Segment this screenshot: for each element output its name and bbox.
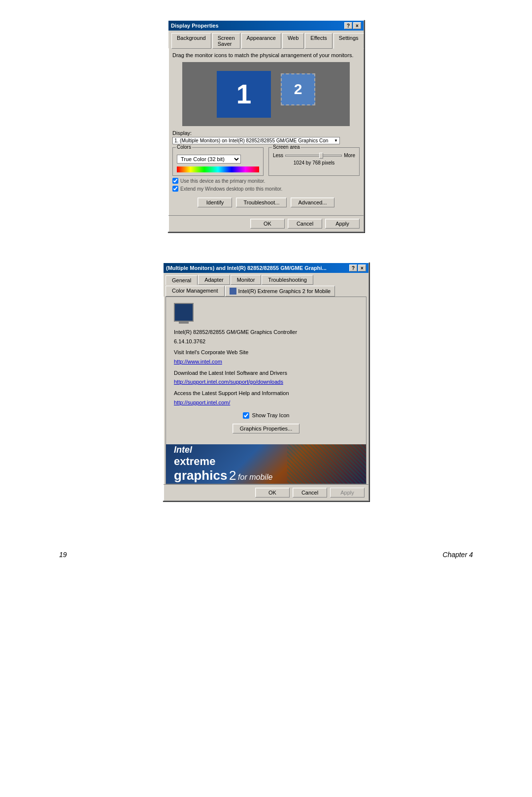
checkbox2-label: Extend my Windows desktop onto this moni… (180, 186, 282, 192)
tab-settings[interactable]: Settings (333, 33, 364, 49)
tab-web[interactable]: Web (282, 33, 304, 49)
slider-track[interactable] (285, 155, 342, 157)
dialog2-tab-bar-row1: General Adapter Monitor Troubleshooting (164, 273, 368, 285)
screen-slider-row: Less More (273, 153, 355, 158)
colors-select-wrapper: True Color (32 bit) (177, 155, 259, 164)
dialog2-ok-button[interactable]: OK (255, 488, 290, 498)
show-tray-label: Show Tray Icon (252, 412, 290, 418)
troubleshoot-button[interactable]: Troubleshoot... (236, 198, 287, 207)
help-button[interactable]: ? (344, 22, 352, 29)
page-footer: 19 Chapter 4 (0, 541, 532, 568)
intel-banner-text: Intel extreme graphics 2 for mobile (174, 445, 272, 483)
display-value: 1. (Multiple Monitors) on Intel(R) 82852… (174, 138, 328, 143)
monitor-2: 2 (281, 73, 315, 105)
intel-extreme-tab[interactable]: Intel(R) Extreme Graphics 2 for Mobile (225, 286, 335, 297)
screen-resolution: 1024 by 768 pixels (273, 160, 355, 166)
extreme-word: extreme (174, 455, 272, 468)
dialog1-middle-buttons: Identify Troubleshoot... Advanced... (172, 198, 360, 207)
intel-banner: Intel extreme graphics 2 for mobile (166, 444, 366, 484)
advanced-button[interactable]: Advanced... (291, 198, 334, 207)
mobile-word: for mobile (238, 473, 272, 481)
apply-button[interactable]: Apply (325, 219, 360, 229)
screen-more: More (344, 153, 355, 158)
dialog2-titlebar-buttons: ? × (349, 265, 366, 271)
display-combo[interactable]: 1. (Multiple Monitors) on Intel(R) 82852… (172, 137, 340, 144)
dialog2-close-button[interactable]: × (358, 265, 366, 271)
visit-link[interactable]: http://www.intel.com (174, 359, 222, 365)
access-link[interactable]: http://support.intel.com/ (174, 399, 230, 405)
intel-body: Intel(R) 82852/82855 GM/GME Graphics Con… (166, 297, 366, 444)
intel-word: Intel (174, 445, 192, 455)
colors-box: Colors True Color (32 bit) (172, 147, 264, 176)
intel-tab-label: Intel(R) Extreme Graphics 2 for Mobile (238, 288, 331, 294)
two-word: 2 (229, 468, 236, 483)
page-number: 19 (59, 551, 67, 559)
download-link[interactable]: http://support.intel.com/support/go/down… (174, 379, 283, 385)
dialog2-tab-bar-row2: Color Management Intel(R) Extreme Graphi… (164, 285, 368, 297)
tab-adapter[interactable]: Adapter (198, 275, 230, 285)
titlebar-buttons: ? × (344, 22, 361, 29)
dialog2-bottom-buttons: OK Cancel Apply (164, 484, 368, 500)
tab-screensaver[interactable]: Screen Saver (212, 33, 240, 49)
screen-less: Less (273, 153, 283, 158)
intel-banner-bg (287, 444, 366, 484)
monitor-1: 1 (217, 71, 271, 118)
dialog2-apply-button: Apply (330, 488, 365, 498)
access-label: Access the Latest Support Help and Infor… (174, 389, 358, 398)
dialog1-titlebar: Display Properties ? × (168, 21, 364, 31)
checkbox2-row: Extend my Windows desktop onto this moni… (172, 186, 360, 192)
dialog2-content: Intel(R) 82852/82855 GM/GME Graphics Con… (166, 297, 366, 484)
dialog1-instruction: Drag the monitor icons to match the phys… (172, 52, 360, 58)
tab-appearance[interactable]: Appearance (241, 33, 281, 49)
visit-label: Visit Intel's Corporate Web Site (174, 348, 358, 357)
checkbox1[interactable] (172, 178, 178, 184)
tab-troubleshooting[interactable]: Troubleshooting (262, 275, 313, 285)
identify-button[interactable]: Identify (198, 198, 232, 207)
dialog2-cancel-button[interactable]: Cancel (293, 488, 327, 498)
show-tray-checkbox[interactable] (243, 412, 249, 419)
display-properties-dialog: Display Properties ? × Background Screen… (167, 20, 365, 232)
ok-button[interactable]: OK (250, 219, 285, 229)
show-tray-row: Show Tray Icon (174, 412, 358, 419)
checkbox2[interactable] (172, 186, 178, 192)
tab-color-management[interactable]: Color Management (166, 286, 225, 297)
monitor-preview: 1 2 (182, 62, 350, 126)
colors-select[interactable]: True Color (32 bit) (177, 155, 241, 164)
display-label: Display: (172, 130, 360, 136)
tab-background[interactable]: Background (171, 33, 211, 49)
download-label: Download the Latest Intel Software and D… (174, 368, 358, 378)
dialog1-bottom-buttons: OK Cancel Apply (168, 215, 364, 232)
monitor-icon (174, 303, 194, 322)
graphics-properties-button[interactable]: Graphics Properties... (233, 424, 299, 433)
screen-area-label: Screen area (272, 144, 300, 150)
tab-monitor[interactable]: Monitor (231, 275, 262, 285)
close-button[interactable]: × (353, 22, 361, 29)
tab-effects[interactable]: Effects (305, 33, 332, 49)
dialog2-titlebar: (Multiple Monitors) and Intel(R) 82852/8… (164, 263, 368, 273)
dialog1-tab-bar: Background Screen Saver Appearance Web E… (168, 31, 364, 48)
cancel-button[interactable]: Cancel (288, 219, 322, 229)
graphics-props-row: Graphics Properties... (174, 424, 358, 433)
dialog2-help-button[interactable]: ? (349, 265, 357, 271)
combo-arrow: ▼ (334, 138, 338, 143)
intel-tab-icon (230, 288, 236, 295)
checkbox1-label: Use this device as the primary monitor. (180, 178, 265, 184)
colors-label: Colors (176, 144, 192, 150)
controller-version: 6.14.10.3762 (174, 337, 358, 346)
controller-name: Intel(R) 82852/82855 GM/GME Graphics Con… (174, 328, 358, 337)
color-bar (177, 166, 259, 172)
chapter-label: Chapter 4 (443, 551, 473, 559)
dialog1-title: Display Properties (171, 23, 219, 29)
intel-info: Intel(R) 82852/82855 GM/GME Graphics Con… (174, 328, 358, 407)
colors-screen-row: Colors True Color (32 bit) Screen area L… (172, 147, 360, 176)
graphics-word: graphics (174, 468, 227, 483)
dialog2-title: (Multiple Monitors) and Intel(R) 82852/8… (166, 265, 327, 271)
intel-graphics-dialog: (Multiple Monitors) and Intel(R) 82852/8… (163, 262, 369, 501)
checkbox1-row: Use this device as the primary monitor. (172, 178, 360, 184)
dialog1-body: Drag the monitor icons to match the phys… (168, 48, 364, 211)
screen-box: Screen area Less More 1024 by 768 pixels (268, 147, 360, 176)
tab-general[interactable]: General (166, 275, 198, 285)
slider-thumb[interactable] (319, 153, 323, 159)
